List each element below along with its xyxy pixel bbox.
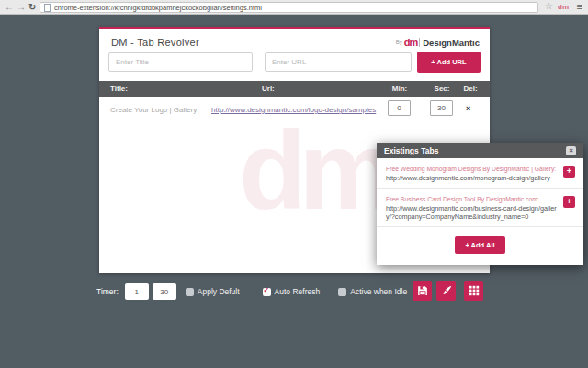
column-sec: Sec: [430,85,454,93]
address-bar[interactable]: chrome-extension://kfchnlgkfdfdbkpamnejc… [40,2,538,13]
tab-item-title: Free Business Card Design Tool By Design… [386,196,557,202]
table-header: Title: Url: Min: Sec: Del: [99,81,490,97]
row-title: Create Your Logo | Gallery: [110,106,198,114]
add-tab-button[interactable]: + [563,166,575,178]
grid-icon [469,285,480,296]
logo-divider [419,38,420,47]
row-sec-input[interactable] [430,100,453,116]
timer-label: Timer: [96,287,119,296]
existing-tab-item: Free Wedding Monogram Designs By DesignM… [377,158,583,189]
column-min: Min: [388,85,412,93]
browser-toolbar: ← → ↻ chrome-extension://kfchnlgkfdfdbkp… [0,0,588,15]
title-input[interactable] [108,52,253,72]
tab-item-text: Free Business Card Design Tool By Design… [386,196,557,221]
existing-tab-item: Free Business Card Design Tool By Design… [377,189,583,227]
tab-item-text: Free Wedding Monogram Designs By DesignM… [386,166,557,182]
timer-bar: Timer: ✓ Apply Defult ✓ Auto Refresh ✓ A… [96,282,407,301]
auto-refresh-checkbox[interactable]: ✓ [263,288,271,296]
popup-header: Existings Tabs × [377,143,583,158]
reload-icon[interactable]: ↻ [28,0,36,15]
delete-row-icon[interactable]: × [466,104,470,113]
column-url: Url: [262,85,275,93]
popup-title: Existings Tabs [384,146,438,155]
accent-bar [99,27,490,29]
dm-watermark-logo: dm [239,121,390,220]
brush-button[interactable] [436,281,456,301]
active-when-idle-checkbox[interactable]: ✓ [338,288,346,296]
row-url-link[interactable]: http://www.designmantic.com/logo-design/… [211,106,376,114]
column-del: Del: [462,85,479,93]
back-icon[interactable]: ← [5,0,14,15]
auto-refresh-option: ✓ Auto Refresh [263,287,321,296]
save-floppy-icon [417,285,428,296]
apply-default-checkbox[interactable]: ✓ [186,288,194,296]
apply-default-label: Apply Defult [198,287,240,296]
forward-icon[interactable]: → [17,0,26,15]
page-background: dm DM - Tab Revolver By dm DesignMantic … [0,15,588,368]
existing-tabs-popup: Existings Tabs × Free Wedding Monogram D… [377,143,583,265]
row-min-input[interactable] [388,100,411,116]
add-tab-button[interactable]: + [563,196,575,208]
apply-default-option: ✓ Apply Defult [186,287,240,296]
extension-dm-icon[interactable]: dm [558,3,569,11]
dm-logo-icon: dm [404,37,418,48]
save-button[interactable] [413,281,432,301]
active-when-idle-option: ✓ Active when Idle [338,287,407,296]
add-url-button[interactable]: + Add URL [417,52,481,73]
menu-icon[interactable]: ≡ [577,1,582,12]
app-title: DM - Tab Revolver [111,37,199,48]
timer-sec-input[interactable] [153,283,176,300]
url-input[interactable] [265,52,412,72]
grid-button[interactable] [464,281,483,301]
logo-by-text: By [396,40,402,45]
tab-item-url: http://www.designmantic.com/monogram-des… [386,174,557,182]
add-all-button[interactable]: + Add All [455,236,504,254]
bookmark-star-icon[interactable]: ☆ [545,1,553,11]
action-buttons [413,281,483,301]
page-icon [44,4,51,12]
timer-min-input[interactable] [125,283,149,300]
browser-window: ← → ↻ chrome-extension://kfchnlgkfdfdbkp… [0,0,588,368]
logo-name-text: DesignMantic [423,38,480,48]
tab-item-title: Free Wedding Monogram Designs By DesignM… [386,166,557,172]
column-title: Title: [110,85,128,93]
active-when-idle-label: Active when Idle [350,287,407,296]
close-icon[interactable]: × [566,146,576,155]
auto-refresh-label: Auto Refresh [275,287,321,296]
designmantic-logo: By dm DesignMantic [396,37,480,48]
paint-brush-icon [441,285,452,296]
address-url: chrome-extension://kfchnlgkfdfdbkpamnejc… [54,4,262,12]
add-all-row: + Add All [377,227,583,265]
tab-item-url: http://www.designmantic.com/business-car… [386,204,557,221]
